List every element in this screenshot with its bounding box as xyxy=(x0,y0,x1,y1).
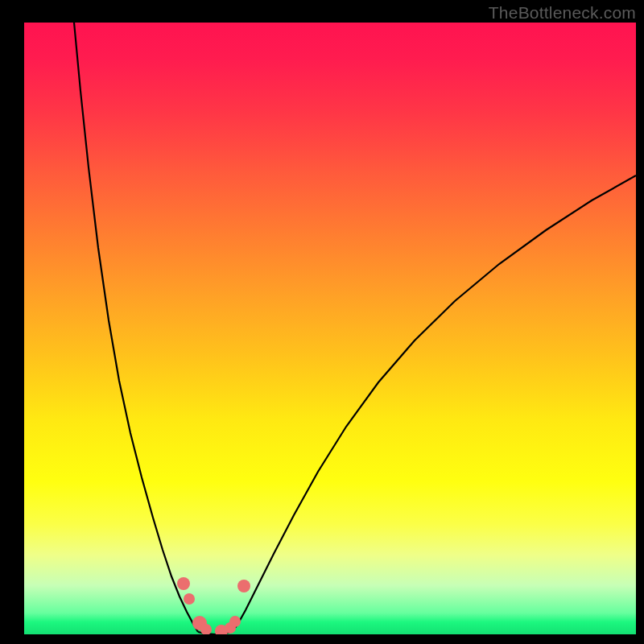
data-marker xyxy=(177,577,190,590)
data-marker xyxy=(229,616,241,627)
data-marker xyxy=(200,624,212,634)
curve-right-branch xyxy=(232,175,636,632)
data-marker xyxy=(184,593,195,605)
watermark-text: TheBottleneck.com xyxy=(489,3,636,23)
chart-frame: TheBottleneck.com xyxy=(0,0,644,644)
plot-area xyxy=(24,23,636,634)
curve-left-branch xyxy=(74,23,198,632)
data-marker xyxy=(237,580,250,592)
curve-layer xyxy=(24,23,636,634)
